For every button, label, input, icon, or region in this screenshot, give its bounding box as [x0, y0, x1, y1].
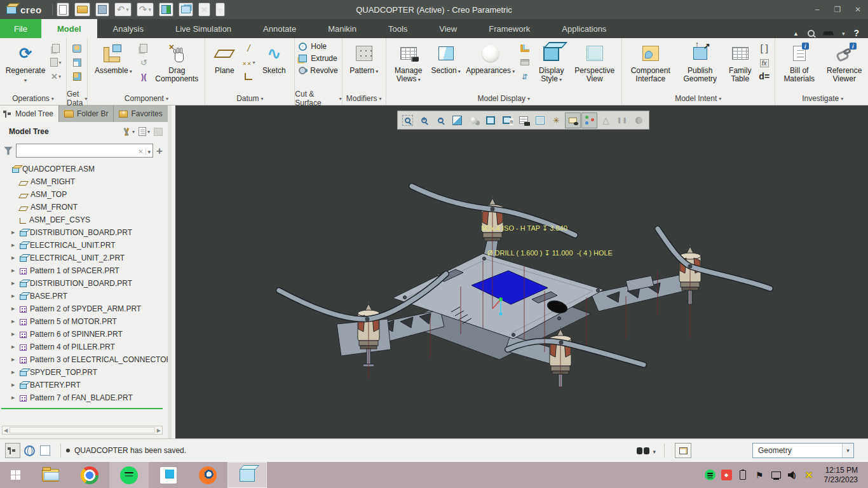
create-component-button[interactable]: [137, 43, 150, 54]
tree-item[interactable]: Pattern 3 of ELECTRICAL_CONNECTOR.PRT: [0, 353, 168, 366]
extrude-button[interactable]: Extrude: [299, 54, 337, 63]
datum-display-icon[interactable]: [548, 112, 564, 128]
appearances-button[interactable]: Appearances: [465, 41, 516, 76]
expand-arrow-icon[interactable]: [11, 255, 17, 261]
customize-toolbar-icon[interactable]: [215, 3, 225, 17]
open-file-icon[interactable]: [74, 3, 90, 17]
copy-button[interactable]: [50, 43, 62, 54]
learning-caret-icon[interactable]: [842, 29, 845, 37]
learning-icon[interactable]: [823, 31, 834, 35]
tree-item[interactable]: DISTRIBUTION_BOARD.PRT: [0, 277, 168, 290]
tab-tools[interactable]: Tools: [372, 19, 423, 38]
parameters-button[interactable]: [758, 71, 771, 82]
spotify-icon[interactable]: [109, 462, 149, 488]
display-style-button[interactable]: Display Style: [534, 41, 569, 84]
expand-arrow-icon[interactable]: [11, 395, 17, 400]
tree-item[interactable]: Pattern 4 of PILLER.PRT: [0, 341, 168, 353]
close-button[interactable]: ✕: [848, 0, 868, 19]
pattern-button[interactable]: Pattern: [346, 41, 382, 76]
tree-item[interactable]: ELECTRICAL_UNIT.PRT: [0, 239, 168, 252]
section-button[interactable]: Section: [430, 41, 463, 76]
creo-app-icon[interactable]: [227, 462, 267, 488]
get-data-group-label[interactable]: Get Data: [67, 92, 87, 105]
expand-arrow-icon[interactable]: [11, 294, 17, 299]
drag-components-button[interactable]: Drag Components: [153, 41, 201, 83]
tab-view[interactable]: View: [423, 19, 473, 38]
expand-arrow-icon[interactable]: [11, 344, 17, 349]
tree-item[interactable]: Pattern 2 of SPYDER_ARM.PRT: [0, 302, 168, 315]
tab-applications[interactable]: Applications: [546, 19, 622, 38]
manage-views-button[interactable]: Manage Views: [390, 41, 427, 84]
revolve-button[interactable]: Revolve: [299, 66, 337, 75]
sync-tray-icon[interactable]: [721, 470, 732, 480]
sketch-button[interactable]: Sketch: [257, 41, 290, 75]
blender-icon[interactable]: [188, 462, 227, 488]
tree-item[interactable]: BATTERY.PRT: [0, 379, 168, 391]
shading-quality-icon[interactable]: [466, 112, 482, 128]
copy-geometry-button[interactable]: [71, 71, 83, 82]
place-data-button[interactable]: [71, 57, 83, 68]
expand-arrow-icon[interactable]: [11, 383, 17, 388]
analysis-display-icon[interactable]: [598, 112, 614, 128]
component-group-label[interactable]: Component: [88, 92, 205, 105]
chrome-icon[interactable]: [70, 462, 109, 488]
expand-arrow-icon[interactable]: [11, 230, 17, 235]
bill-of-materials-button[interactable]: Bill of Materials: [779, 41, 820, 83]
tree-item[interactable]: QUADCOPTER.ASM: [0, 163, 168, 175]
annotation-display-icon[interactable]: [565, 112, 581, 128]
add-filter-button[interactable]: +: [156, 146, 163, 156]
volume-tray-icon[interactable]: [787, 470, 798, 480]
zoom-out-icon[interactable]: [433, 112, 449, 128]
regenerate-button[interactable]: Regenerate: [4, 41, 47, 85]
operations-group-label[interactable]: Operations: [0, 92, 66, 105]
paste-button[interactable]: [50, 57, 62, 68]
component-interface-button[interactable]: Component Interface: [626, 41, 675, 83]
restore-button[interactable]: ❐: [827, 0, 848, 19]
tree-item[interactable]: ELECTRICAL_UNIT_2.PRT: [0, 252, 168, 264]
paint-app-icon[interactable]: [149, 462, 188, 488]
tree-item[interactable]: ASM_RIGHT: [0, 175, 168, 188]
fullscreen-toggle-icon[interactable]: [40, 445, 50, 456]
axis-button[interactable]: [242, 43, 255, 54]
expand-arrow-icon[interactable]: [11, 332, 17, 337]
expand-arrow-icon[interactable]: [11, 319, 17, 324]
tree-item[interactable]: BASE.PRT: [0, 290, 168, 302]
display-style-icon[interactable]: [482, 112, 498, 128]
tree-item[interactable]: ASM_DEF_CSYS: [0, 214, 168, 226]
pause-icon[interactable]: [614, 112, 630, 128]
mirror-component-button[interactable]: )(: [137, 71, 150, 82]
file-explorer-icon[interactable]: [31, 462, 70, 488]
switch-symbols-button[interactable]: [758, 43, 771, 54]
browser-toggle-icon[interactable]: [24, 445, 35, 456]
modifiers-group-label[interactable]: Modifiers: [342, 92, 386, 105]
minimize-button[interactable]: –: [807, 0, 827, 19]
tab-annotate[interactable]: Annotate: [247, 19, 312, 38]
window-switch-icon[interactable]: [179, 3, 193, 17]
tree-item[interactable]: ASM_TOP: [0, 188, 168, 201]
spotify-tray-icon[interactable]: [705, 470, 715, 480]
reorder-button[interactable]: [519, 71, 531, 82]
hole-button[interactable]: Hole: [299, 42, 327, 51]
close-window-icon[interactable]: [198, 3, 210, 17]
expand-arrow-icon[interactable]: [11, 281, 17, 286]
filter-icon[interactable]: [4, 147, 13, 155]
plane-button[interactable]: Plane: [209, 41, 240, 75]
network-tray-icon[interactable]: [771, 470, 782, 480]
panel-tab-folder-browser[interactable]: Folder Br: [58, 105, 113, 122]
hole-note-annotation[interactable]: M2x.4 ISO - H TAP ↧ 3.840 Ø DRILL ( 1.60…: [481, 208, 613, 274]
family-table-button[interactable]: Family Table: [725, 41, 756, 83]
tree-item[interactable]: SPYDER_TOP.PRT: [0, 366, 168, 379]
save-icon[interactable]: [95, 3, 109, 17]
navigator-toggle-button[interactable]: [5, 443, 20, 458]
datum-group-label[interactable]: Datum: [205, 92, 294, 105]
tree-item[interactable]: Pattern 6 of SPINNER.PRT: [0, 328, 168, 341]
expand-arrow-icon[interactable]: [11, 370, 17, 375]
investigate-group-label[interactable]: Investigate: [775, 92, 868, 105]
reference-viewer-button[interactable]: Reference Viewer: [822, 41, 867, 83]
tab-manikin[interactable]: Manikin: [312, 19, 372, 38]
perspective-view-button[interactable]: Perspective View: [572, 41, 618, 83]
saved-orientations-icon[interactable]: [499, 112, 515, 128]
no-internet-tray-icon[interactable]: [804, 470, 815, 480]
tab-analysis[interactable]: Analysis: [97, 19, 159, 38]
flag-tray-icon[interactable]: [754, 470, 765, 480]
